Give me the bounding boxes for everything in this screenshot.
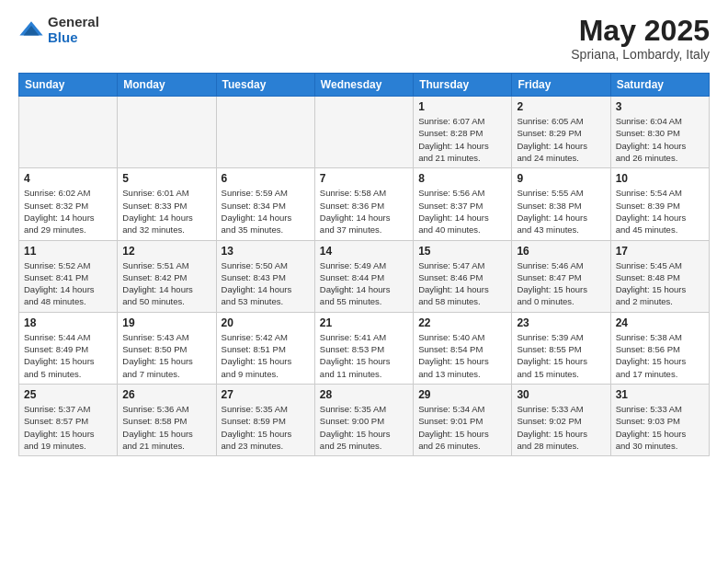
calendar-cell: 7Sunrise: 5:58 AM Sunset: 8:36 PM Daylig… bbox=[314, 168, 413, 240]
day-number: 30 bbox=[517, 388, 605, 401]
day-info: Sunrise: 5:42 AM Sunset: 8:51 PM Dayligh… bbox=[222, 331, 310, 380]
day-number: 12 bbox=[122, 245, 210, 258]
day-number: 11 bbox=[24, 245, 112, 258]
day-number: 22 bbox=[418, 316, 506, 329]
calendar-cell: 24Sunrise: 5:38 AM Sunset: 8:56 PM Dayli… bbox=[610, 312, 709, 384]
calendar-cell: 27Sunrise: 5:35 AM Sunset: 8:59 PM Dayli… bbox=[216, 384, 314, 455]
calendar-cell bbox=[19, 97, 118, 168]
day-number: 21 bbox=[320, 316, 408, 329]
day-number: 5 bbox=[122, 172, 210, 185]
day-number: 25 bbox=[24, 388, 112, 401]
calendar-week-1: 1Sunrise: 6:07 AM Sunset: 8:28 PM Daylig… bbox=[19, 97, 710, 168]
day-of-week-monday: Monday bbox=[118, 74, 216, 97]
logo: General Blue bbox=[18, 15, 99, 45]
day-info: Sunrise: 5:37 AM Sunset: 8:57 PM Dayligh… bbox=[24, 403, 112, 452]
calendar-week-3: 11Sunrise: 5:52 AM Sunset: 8:41 PM Dayli… bbox=[19, 240, 710, 312]
day-number: 16 bbox=[517, 245, 605, 258]
day-info: Sunrise: 5:51 AM Sunset: 8:42 PM Dayligh… bbox=[122, 259, 210, 308]
calendar-cell: 26Sunrise: 5:36 AM Sunset: 8:58 PM Dayli… bbox=[118, 384, 216, 455]
day-number: 19 bbox=[122, 316, 210, 329]
calendar-cell bbox=[216, 97, 314, 168]
day-number: 17 bbox=[616, 245, 704, 258]
day-info: Sunrise: 5:40 AM Sunset: 8:54 PM Dayligh… bbox=[418, 331, 506, 380]
day-number: 29 bbox=[418, 388, 506, 401]
day-info: Sunrise: 5:39 AM Sunset: 8:55 PM Dayligh… bbox=[517, 331, 605, 380]
day-of-week-saturday: Saturday bbox=[610, 74, 709, 97]
logo-general-text: General bbox=[48, 15, 99, 30]
calendar-cell: 1Sunrise: 6:07 AM Sunset: 8:28 PM Daylig… bbox=[414, 97, 512, 168]
day-info: Sunrise: 5:56 AM Sunset: 8:37 PM Dayligh… bbox=[418, 187, 506, 236]
day-info: Sunrise: 5:33 AM Sunset: 9:02 PM Dayligh… bbox=[517, 403, 605, 452]
header: General Blue May 2025 Spriana, Lombardy,… bbox=[18, 15, 710, 62]
calendar-cell bbox=[314, 97, 413, 168]
day-of-week-tuesday: Tuesday bbox=[216, 74, 314, 97]
calendar-cell: 16Sunrise: 5:46 AM Sunset: 8:47 PM Dayli… bbox=[512, 240, 610, 312]
day-info: Sunrise: 5:34 AM Sunset: 9:01 PM Dayligh… bbox=[418, 403, 506, 452]
day-of-week-sunday: Sunday bbox=[19, 74, 118, 97]
day-info: Sunrise: 5:46 AM Sunset: 8:47 PM Dayligh… bbox=[517, 259, 605, 308]
day-number: 31 bbox=[616, 388, 704, 401]
day-info: Sunrise: 5:36 AM Sunset: 8:58 PM Dayligh… bbox=[122, 403, 210, 452]
calendar-cell: 13Sunrise: 5:50 AM Sunset: 8:43 PM Dayli… bbox=[216, 240, 314, 312]
day-info: Sunrise: 5:52 AM Sunset: 8:41 PM Dayligh… bbox=[24, 259, 112, 308]
day-number: 23 bbox=[517, 316, 605, 329]
day-info: Sunrise: 5:55 AM Sunset: 8:38 PM Dayligh… bbox=[517, 187, 605, 236]
calendar-cell: 11Sunrise: 5:52 AM Sunset: 8:41 PM Dayli… bbox=[19, 240, 118, 312]
day-of-week-thursday: Thursday bbox=[414, 74, 512, 97]
calendar-cell: 19Sunrise: 5:43 AM Sunset: 8:50 PM Dayli… bbox=[118, 312, 216, 384]
day-number: 14 bbox=[320, 245, 408, 258]
calendar-cell: 25Sunrise: 5:37 AM Sunset: 8:57 PM Dayli… bbox=[19, 384, 118, 455]
logo-blue-text: Blue bbox=[48, 30, 99, 46]
day-number: 28 bbox=[320, 388, 408, 401]
day-number: 9 bbox=[517, 172, 605, 185]
page: General Blue May 2025 Spriana, Lombardy,… bbox=[0, 0, 728, 471]
calendar-cell: 17Sunrise: 5:45 AM Sunset: 8:48 PM Dayli… bbox=[610, 240, 709, 312]
calendar-week-5: 25Sunrise: 5:37 AM Sunset: 8:57 PM Dayli… bbox=[19, 384, 710, 455]
day-number: 7 bbox=[320, 172, 408, 185]
month-title: May 2025 bbox=[571, 15, 710, 47]
day-number: 2 bbox=[517, 100, 605, 113]
day-info: Sunrise: 6:01 AM Sunset: 8:33 PM Dayligh… bbox=[122, 187, 210, 236]
calendar-cell: 18Sunrise: 5:44 AM Sunset: 8:49 PM Dayli… bbox=[19, 312, 118, 384]
calendar-cell: 8Sunrise: 5:56 AM Sunset: 8:37 PM Daylig… bbox=[414, 168, 512, 240]
day-number: 1 bbox=[418, 100, 506, 113]
logo-text: General Blue bbox=[48, 15, 99, 45]
calendar-cell: 30Sunrise: 5:33 AM Sunset: 9:02 PM Dayli… bbox=[512, 384, 610, 455]
day-info: Sunrise: 5:54 AM Sunset: 8:39 PM Dayligh… bbox=[616, 187, 704, 236]
calendar-cell: 31Sunrise: 5:33 AM Sunset: 9:03 PM Dayli… bbox=[610, 384, 709, 455]
calendar-cell: 6Sunrise: 5:59 AM Sunset: 8:34 PM Daylig… bbox=[216, 168, 314, 240]
day-of-week-friday: Friday bbox=[512, 74, 610, 97]
calendar-cell: 23Sunrise: 5:39 AM Sunset: 8:55 PM Dayli… bbox=[512, 312, 610, 384]
calendar-table: SundayMondayTuesdayWednesdayThursdayFrid… bbox=[18, 73, 710, 456]
day-number: 8 bbox=[418, 172, 506, 185]
calendar-cell: 21Sunrise: 5:41 AM Sunset: 8:53 PM Dayli… bbox=[314, 312, 413, 384]
calendar-cell: 12Sunrise: 5:51 AM Sunset: 8:42 PM Dayli… bbox=[118, 240, 216, 312]
calendar-week-4: 18Sunrise: 5:44 AM Sunset: 8:49 PM Dayli… bbox=[19, 312, 710, 384]
day-info: Sunrise: 5:33 AM Sunset: 9:03 PM Dayligh… bbox=[616, 403, 704, 452]
day-info: Sunrise: 6:07 AM Sunset: 8:28 PM Dayligh… bbox=[418, 115, 506, 164]
calendar-header-row: SundayMondayTuesdayWednesdayThursdayFrid… bbox=[19, 74, 710, 97]
day-info: Sunrise: 6:05 AM Sunset: 8:29 PM Dayligh… bbox=[517, 115, 605, 164]
location: Spriana, Lombardy, Italy bbox=[571, 47, 710, 62]
logo-icon bbox=[18, 17, 44, 43]
day-number: 26 bbox=[122, 388, 210, 401]
title-block: May 2025 Spriana, Lombardy, Italy bbox=[571, 15, 710, 62]
calendar-week-2: 4Sunrise: 6:02 AM Sunset: 8:32 PM Daylig… bbox=[19, 168, 710, 240]
calendar-cell: 10Sunrise: 5:54 AM Sunset: 8:39 PM Dayli… bbox=[610, 168, 709, 240]
day-info: Sunrise: 5:59 AM Sunset: 8:34 PM Dayligh… bbox=[222, 187, 310, 236]
day-number: 20 bbox=[222, 316, 310, 329]
day-info: Sunrise: 5:35 AM Sunset: 9:00 PM Dayligh… bbox=[320, 403, 408, 452]
day-info: Sunrise: 5:47 AM Sunset: 8:46 PM Dayligh… bbox=[418, 259, 506, 308]
day-number: 6 bbox=[222, 172, 310, 185]
day-info: Sunrise: 6:04 AM Sunset: 8:30 PM Dayligh… bbox=[616, 115, 704, 164]
calendar-cell: 4Sunrise: 6:02 AM Sunset: 8:32 PM Daylig… bbox=[19, 168, 118, 240]
day-number: 10 bbox=[616, 172, 704, 185]
day-info: Sunrise: 5:49 AM Sunset: 8:44 PM Dayligh… bbox=[320, 259, 408, 308]
day-number: 3 bbox=[616, 100, 704, 113]
calendar-cell: 28Sunrise: 5:35 AM Sunset: 9:00 PM Dayli… bbox=[314, 384, 413, 455]
day-info: Sunrise: 5:43 AM Sunset: 8:50 PM Dayligh… bbox=[122, 331, 210, 380]
calendar-cell: 15Sunrise: 5:47 AM Sunset: 8:46 PM Dayli… bbox=[414, 240, 512, 312]
day-number: 4 bbox=[24, 172, 112, 185]
calendar-cell: 9Sunrise: 5:55 AM Sunset: 8:38 PM Daylig… bbox=[512, 168, 610, 240]
day-number: 27 bbox=[222, 388, 310, 401]
